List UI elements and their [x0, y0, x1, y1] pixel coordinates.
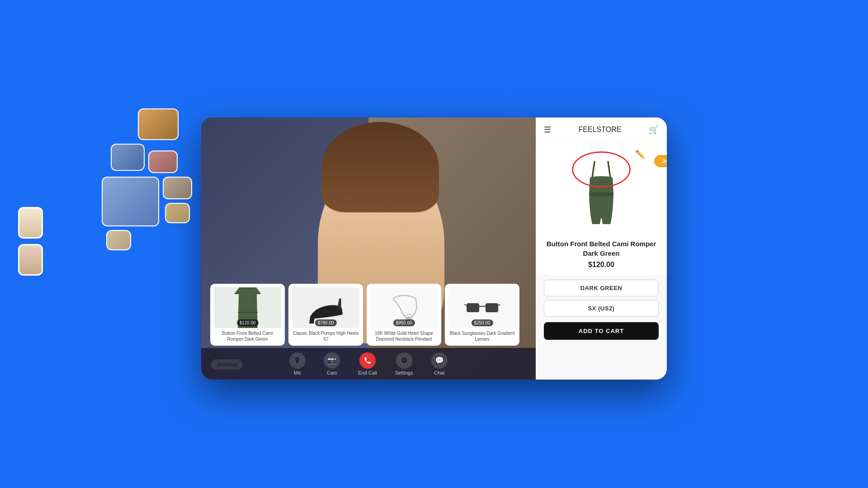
mic-label: Mic	[294, 370, 302, 375]
svg-rect-3	[486, 303, 498, 312]
product-card-pumps[interactable]: $780.00 Classic Black Pumps High Heels S…	[288, 284, 363, 346]
video-stream: Joanna You $120.00 Button Front Belted C…	[201, 117, 536, 380]
participant-thumb-large	[102, 177, 159, 226]
cam-label: Cam	[327, 370, 337, 375]
necklace-price: $950.00	[393, 319, 415, 326]
settings-icon: ⚙	[396, 352, 412, 369]
shop-logo: FEELSTORE	[579, 126, 622, 134]
mic-icon: 🎙	[289, 352, 306, 369]
chat-icon: 💬	[431, 352, 448, 369]
end-call-icon	[359, 352, 376, 369]
participant-thumbnails	[102, 108, 192, 254]
mic-button[interactable]: 🎙 Mic	[289, 352, 306, 375]
pumps-price: $780.00	[315, 319, 336, 326]
color-option-button[interactable]: DARK GREEN	[544, 280, 659, 296]
shop-panel: ☰ FEELSTORE 🛒 ✏️ Joanna	[536, 117, 667, 380]
menu-icon[interactable]: ☰	[544, 125, 551, 135]
end-call-button[interactable]: End Call	[358, 352, 377, 375]
participant-thumb-top	[138, 108, 179, 140]
sunglasses-icon	[464, 296, 500, 319]
svg-rect-2	[467, 303, 479, 312]
control-bar: 🎙 Mic 📷 Cam End Call ⚙ Settings �	[201, 348, 536, 380]
participant-thumb-6	[106, 230, 131, 250]
product-strip: $120.00 Button Front Belted Cami Romper …	[206, 284, 531, 346]
settings-button[interactable]: ⚙ Settings	[395, 352, 413, 375]
participant-row-1	[111, 144, 192, 173]
outer-participants	[18, 207, 43, 281]
settings-label: Settings	[395, 370, 413, 375]
participant-thumb-5	[165, 203, 190, 223]
size-option-button[interactable]: SX (US2)	[544, 300, 659, 317]
host-hair	[321, 122, 439, 212]
logo-feel: FEEL	[579, 126, 597, 133]
outer-participant-2	[18, 244, 43, 276]
participant-row-3	[106, 230, 192, 250]
product-card-sunglasses[interactable]: $250.00 Black Sunglasses Dark Gradient L…	[445, 284, 519, 346]
product-card-romper[interactable]: $120.00 Button Front Belted Cami Romper …	[210, 284, 285, 346]
participant-thumb-4	[163, 177, 192, 199]
bg-decoration-2	[45, 352, 226, 488]
cart-icon[interactable]: 🛒	[649, 125, 659, 135]
svg-rect-9	[589, 192, 613, 196]
tablet-frame: Joanna You $120.00 Button Front Belted C…	[201, 117, 667, 380]
sunglasses-price: $250.00	[471, 319, 493, 326]
romper-price: $120.00	[236, 319, 258, 326]
end-call-label: End Call	[358, 370, 377, 375]
svg-line-6	[498, 305, 500, 305]
svg-line-5	[464, 305, 467, 305]
cam-button[interactable]: 📷 Cam	[324, 352, 340, 375]
sunglasses-name: Black Sunglasses Dark Gradient Lenses	[448, 330, 516, 342]
add-to-cart-button[interactable]: ADD TO CART	[544, 322, 659, 340]
chat-button[interactable]: 💬 Chat	[431, 352, 448, 375]
annotation-pencil-icon: ✏️	[635, 150, 645, 160]
participant-thumb-3	[148, 150, 178, 173]
annotation-circle	[572, 151, 631, 188]
product-price: $120.00	[544, 261, 659, 269]
necklace-name: 18K White Gold Heart Shape Diamond Neckl…	[370, 330, 438, 342]
product-card-necklace[interactable]: $950.00 18K White Gold Heart Shape Diamo…	[367, 284, 441, 346]
shop-header: ☰ FEELSTORE 🛒	[536, 117, 667, 142]
participant-row-2	[102, 177, 192, 226]
outer-participant-1	[18, 207, 43, 239]
chat-label: Chat	[434, 370, 444, 375]
participant-thumb-2	[111, 144, 145, 171]
shop-options: DARK GREEN SX (US2) ADD TO CART	[536, 275, 667, 380]
pumps-name: Classic Black Pumps High Heels S7	[292, 330, 359, 342]
logo-store: STORE	[597, 126, 622, 133]
product-image-area: ✏️ Joanna	[536, 142, 667, 233]
joanna-annotation-label: Joanna	[654, 155, 667, 167]
product-info: Button Front Belted Cami Romper Dark Gre…	[536, 233, 667, 275]
cam-icon: 📷	[324, 352, 340, 369]
romper-name: Button Front Belted Cami Romper Dark Gre…	[214, 330, 281, 342]
product-title: Button Front Belted Cami Romper Dark Gre…	[544, 239, 659, 258]
